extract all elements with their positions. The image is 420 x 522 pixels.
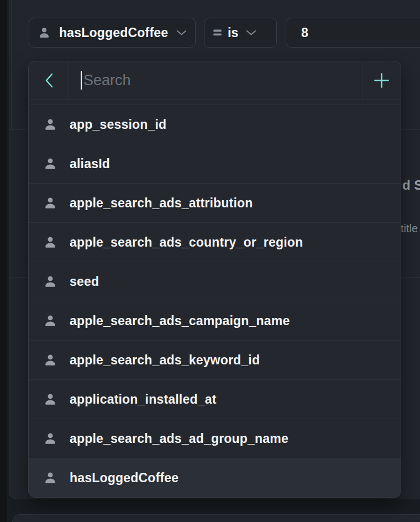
property-list-item[interactable]: apple_search_ads_country_or_region — [29, 222, 401, 262]
property-list: app_session_idaliasIdapple_search_ads_at… — [29, 100, 401, 497]
person-icon — [43, 196, 57, 210]
property-pill-label: hasLoggedCoffee — [59, 25, 168, 40]
person-icon — [43, 117, 57, 132]
property-list-item-label: apple_search_ads_campaign_name — [70, 314, 290, 328]
property-list-item-label: apple_search_ads_attribution — [70, 196, 253, 211]
property-list-item-label: apple_search_ads_ad_group_name — [70, 431, 288, 446]
property-list-item[interactable]: application_installed_at — [29, 379, 401, 419]
background-text-fragment: d S — [402, 178, 420, 193]
operator-pill[interactable]: is — [204, 18, 277, 48]
person-icon — [43, 314, 57, 328]
property-list-item-label: seed — [70, 274, 99, 289]
person-icon — [43, 431, 57, 446]
add-property-button[interactable] — [362, 61, 401, 99]
property-list-item-label: aliasId — [70, 156, 110, 171]
property-dropdown: app_session_idaliasIdapple_search_ads_at… — [28, 61, 401, 498]
equals-icon — [213, 29, 222, 36]
property-list-item-label: apple_search_ads_keyword_id — [70, 353, 260, 368]
background-vertical-divider — [11, 1, 12, 129]
chevron-down-icon — [176, 30, 187, 36]
left-gutter — [0, 0, 7, 522]
property-list-item[interactable]: apple_search_ads_campaign_name — [29, 301, 401, 340]
person-icon — [38, 26, 51, 39]
chevron-down-icon — [246, 30, 256, 36]
property-list-item-label: application_installed_at — [70, 392, 217, 407]
screen: d S title hasLoggedCoffee is 8 — [0, 0, 420, 522]
property-list-item-label: hasLoggedCoffee — [70, 471, 179, 486]
person-icon — [43, 471, 57, 485]
person-icon — [43, 392, 57, 406]
person-icon — [43, 274, 57, 289]
property-list-item-label: apple_search_ads_country_or_region — [70, 235, 303, 250]
operator-pill-label: is — [228, 25, 239, 40]
property-filter-pill[interactable]: hasLoggedCoffee — [29, 18, 196, 48]
background-card-bottom — [12, 514, 420, 522]
plus-icon — [374, 72, 389, 88]
search-box — [69, 61, 362, 99]
search-input[interactable] — [69, 61, 362, 99]
property-list-item[interactable]: apple_search_ads_keyword_id — [29, 340, 401, 379]
person-icon — [43, 156, 57, 171]
property-list-item-label: app_session_id — [70, 117, 166, 132]
property-list-item[interactable]: hasLoggedCoffee — [29, 458, 401, 497]
property-list-item[interactable]: app_session_id — [29, 105, 401, 144]
background-text-fragment: title — [401, 222, 418, 235]
text-cursor — [81, 71, 82, 90]
property-list-item[interactable]: apple_search_ads_attribution — [29, 183, 401, 222]
property-list-item[interactable]: seed — [29, 262, 401, 301]
chevron-left-icon — [45, 73, 53, 88]
person-icon — [43, 353, 57, 367]
property-list-item[interactable]: aliasId — [29, 144, 401, 183]
back-button[interactable] — [29, 61, 69, 99]
dropdown-search-row — [29, 61, 401, 100]
property-list-item[interactable]: apple_search_ads_ad_group_name — [29, 419, 401, 458]
value-input-pill[interactable]: 8 — [286, 18, 420, 48]
value-pill-text: 8 — [301, 25, 308, 40]
person-icon — [43, 235, 57, 249]
